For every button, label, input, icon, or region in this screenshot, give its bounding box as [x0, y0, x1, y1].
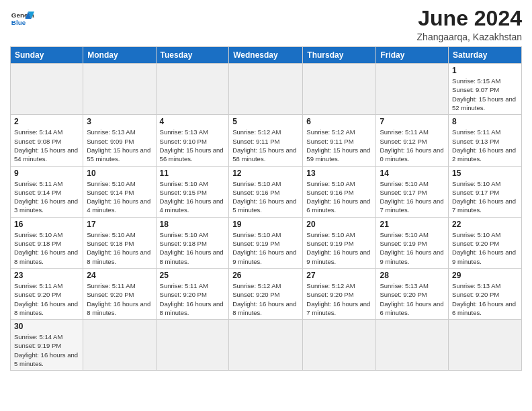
day-info: Sunrise: 5:12 AMSunset: 9:20 PMDaylight:…: [306, 281, 372, 317]
calendar-cell-5-6: [449, 320, 522, 371]
calendar-cell-0-6: 1Sunrise: 5:15 AMSunset: 9:07 PMDaylight…: [449, 64, 522, 115]
calendar-header-row: Sunday Monday Tuesday Wednesday Thursday…: [11, 47, 522, 64]
calendar-week-2: 9Sunrise: 5:11 AMSunset: 9:14 PMDaylight…: [11, 166, 522, 217]
calendar-cell-4-0: 23Sunrise: 5:11 AMSunset: 9:20 PMDayligh…: [11, 268, 83, 319]
day-info: Sunrise: 5:12 AMSunset: 9:20 PMDaylight:…: [232, 281, 299, 317]
logo: General Blue: [10, 7, 34, 31]
calendar-cell-5-5: [376, 320, 449, 371]
day-number: 13: [306, 169, 372, 178]
day-info: Sunrise: 5:13 AMSunset: 9:10 PMDaylight:…: [160, 128, 226, 163]
calendar-cell-1-4: 6Sunrise: 5:12 AMSunset: 9:11 PMDaylight…: [303, 115, 376, 166]
day-info: Sunrise: 5:11 AMSunset: 9:14 PMDaylight:…: [14, 179, 79, 215]
calendar-cell-0-1: [83, 64, 156, 115]
calendar-cell-5-2: [156, 320, 229, 371]
calendar-cell-5-0: 30Sunrise: 5:14 AMSunset: 9:19 PMDayligh…: [11, 320, 83, 371]
calendar-week-0: 1Sunrise: 5:15 AMSunset: 9:07 PMDaylight…: [11, 64, 522, 115]
day-info: Sunrise: 5:10 AMSunset: 9:19 PMDaylight:…: [306, 230, 372, 266]
calendar-cell-5-3: [229, 320, 303, 371]
day-number: 16: [14, 220, 79, 229]
day-info: Sunrise: 5:12 AMSunset: 9:11 PMDaylight:…: [232, 128, 299, 163]
day-info: Sunrise: 5:10 AMSunset: 9:19 PMDaylight:…: [380, 230, 445, 266]
day-number: 21: [380, 220, 445, 229]
day-number: 12: [232, 169, 299, 178]
day-number: 24: [87, 271, 152, 280]
day-number: 19: [232, 220, 299, 229]
calendar-cell-1-1: 3Sunrise: 5:13 AMSunset: 9:09 PMDaylight…: [83, 115, 156, 166]
col-monday: Monday: [83, 47, 156, 64]
day-number: 15: [452, 169, 518, 178]
col-tuesday: Tuesday: [156, 47, 229, 64]
calendar-cell-3-0: 16Sunrise: 5:10 AMSunset: 9:18 PMDayligh…: [11, 217, 83, 268]
day-number: 29: [452, 271, 518, 280]
calendar-cell-3-6: 22Sunrise: 5:10 AMSunset: 9:20 PMDayligh…: [449, 217, 522, 268]
calendar-cell-5-4: [303, 320, 376, 371]
day-number: 26: [232, 271, 299, 280]
calendar-cell-1-3: 5Sunrise: 5:12 AMSunset: 9:11 PMDaylight…: [229, 115, 303, 166]
day-number: 11: [160, 169, 226, 178]
day-number: 1: [452, 66, 518, 75]
day-number: 18: [160, 220, 226, 229]
calendar-cell-0-3: [229, 64, 303, 115]
day-number: 3: [87, 117, 152, 126]
calendar-cell-3-1: 17Sunrise: 5:10 AMSunset: 9:18 PMDayligh…: [83, 217, 156, 268]
day-number: 6: [306, 117, 372, 126]
col-wednesday: Wednesday: [229, 47, 303, 64]
day-info: Sunrise: 5:11 AMSunset: 9:13 PMDaylight:…: [452, 128, 518, 163]
day-info: Sunrise: 5:10 AMSunset: 9:16 PMDaylight:…: [306, 179, 372, 215]
day-number: 20: [306, 220, 372, 229]
day-info: Sunrise: 5:15 AMSunset: 9:07 PMDaylight:…: [452, 77, 518, 112]
calendar-week-3: 16Sunrise: 5:10 AMSunset: 9:18 PMDayligh…: [11, 217, 522, 268]
day-number: 9: [14, 169, 79, 178]
month-title: June 2024: [417, 7, 522, 30]
calendar-cell-4-3: 26Sunrise: 5:12 AMSunset: 9:20 PMDayligh…: [229, 268, 303, 319]
logo-icon: General Blue: [10, 7, 34, 31]
day-info: Sunrise: 5:10 AMSunset: 9:20 PMDaylight:…: [452, 230, 518, 266]
calendar-cell-4-6: 29Sunrise: 5:13 AMSunset: 9:20 PMDayligh…: [449, 268, 522, 319]
calendar-cell-2-0: 9Sunrise: 5:11 AMSunset: 9:14 PMDaylight…: [11, 166, 83, 217]
title-block: June 2024 Zhangaarqa, Kazakhstan: [417, 7, 522, 42]
location: Zhangaarqa, Kazakhstan: [417, 32, 522, 42]
calendar-cell-3-2: 18Sunrise: 5:10 AMSunset: 9:18 PMDayligh…: [156, 217, 229, 268]
col-friday: Friday: [376, 47, 449, 64]
day-number: 25: [160, 271, 226, 280]
calendar-cell-5-1: [83, 320, 156, 371]
day-number: 27: [306, 271, 372, 280]
day-number: 28: [380, 271, 445, 280]
day-info: Sunrise: 5:10 AMSunset: 9:19 PMDaylight:…: [232, 230, 299, 266]
col-saturday: Saturday: [449, 47, 522, 64]
calendar-cell-2-5: 14Sunrise: 5:10 AMSunset: 9:17 PMDayligh…: [376, 166, 449, 217]
day-number: 23: [14, 271, 79, 280]
calendar-cell-4-4: 27Sunrise: 5:12 AMSunset: 9:20 PMDayligh…: [303, 268, 376, 319]
calendar-cell-4-2: 25Sunrise: 5:11 AMSunset: 9:20 PMDayligh…: [156, 268, 229, 319]
day-number: 22: [452, 220, 518, 229]
calendar-cell-0-2: [156, 64, 229, 115]
calendar-cell-4-5: 28Sunrise: 5:13 AMSunset: 9:20 PMDayligh…: [376, 268, 449, 319]
page-header: General Blue June 2024 Zhangaarqa, Kazak…: [10, 7, 522, 42]
day-number: 30: [14, 322, 79, 331]
day-info: Sunrise: 5:10 AMSunset: 9:17 PMDaylight:…: [452, 179, 518, 215]
day-info: Sunrise: 5:12 AMSunset: 9:11 PMDaylight:…: [306, 128, 372, 163]
day-info: Sunrise: 5:10 AMSunset: 9:14 PMDaylight:…: [87, 179, 152, 215]
day-number: 5: [232, 117, 299, 126]
day-number: 8: [452, 117, 518, 126]
day-number: 10: [87, 169, 152, 178]
calendar-cell-0-0: [11, 64, 83, 115]
day-number: 4: [160, 117, 226, 126]
calendar-cell-1-0: 2Sunrise: 5:14 AMSunset: 9:08 PMDaylight…: [11, 115, 83, 166]
calendar-cell-4-1: 24Sunrise: 5:11 AMSunset: 9:20 PMDayligh…: [83, 268, 156, 319]
day-info: Sunrise: 5:13 AMSunset: 9:20 PMDaylight:…: [380, 281, 445, 317]
calendar-cell-2-3: 12Sunrise: 5:10 AMSunset: 9:16 PMDayligh…: [229, 166, 303, 217]
calendar-cell-3-3: 19Sunrise: 5:10 AMSunset: 9:19 PMDayligh…: [229, 217, 303, 268]
day-number: 14: [380, 169, 445, 178]
calendar-table: Sunday Monday Tuesday Wednesday Thursday…: [10, 46, 522, 371]
calendar-cell-3-4: 20Sunrise: 5:10 AMSunset: 9:19 PMDayligh…: [303, 217, 376, 268]
day-number: 17: [87, 220, 152, 229]
day-info: Sunrise: 5:14 AMSunset: 9:08 PMDaylight:…: [14, 128, 79, 163]
calendar-cell-3-5: 21Sunrise: 5:10 AMSunset: 9:19 PMDayligh…: [376, 217, 449, 268]
day-number: 7: [380, 117, 445, 126]
calendar-cell-2-6: 15Sunrise: 5:10 AMSunset: 9:17 PMDayligh…: [449, 166, 522, 217]
calendar-cell-2-1: 10Sunrise: 5:10 AMSunset: 9:14 PMDayligh…: [83, 166, 156, 217]
day-info: Sunrise: 5:13 AMSunset: 9:09 PMDaylight:…: [87, 128, 152, 163]
calendar-week-4: 23Sunrise: 5:11 AMSunset: 9:20 PMDayligh…: [11, 268, 522, 319]
day-info: Sunrise: 5:10 AMSunset: 9:15 PMDaylight:…: [160, 179, 226, 215]
